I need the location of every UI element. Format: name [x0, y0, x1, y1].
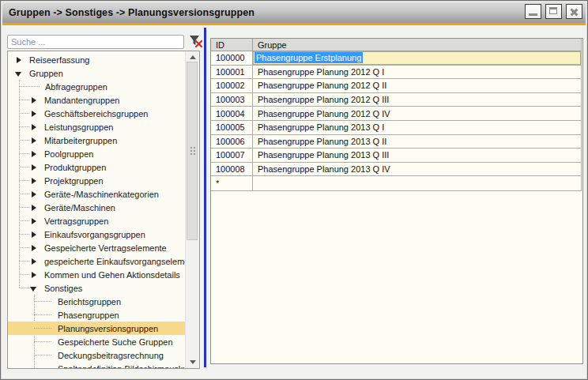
tree-item-label: Geräte/Maschinen — [44, 203, 115, 213]
cell-id[interactable]: 100007 — [211, 149, 253, 162]
tree-item[interactable]: Reiseerfassung — [8, 53, 186, 66]
cell-gruppe[interactable]: Phasengruppe Planung 2013 Q I — [253, 121, 581, 134]
tree-item-label: Gruppen — [29, 69, 63, 78]
cell-id[interactable]: 100004 — [211, 107, 253, 120]
expander-icon[interactable] — [29, 190, 39, 199]
table-row[interactable]: 100001 Phasengruppe Planung 2012 Q I — [211, 66, 581, 80]
expander-icon[interactable] — [29, 109, 39, 119]
table-row[interactable]: 100002 Phasengruppe Planung 2012 Q II — [211, 79, 581, 93]
tree-item[interactable]: Projektgruppen — [8, 174, 186, 187]
tree-item-label: Produktgruppen — [44, 163, 106, 172]
tree-item[interactable]: Deckungsbeitragsrechnung — [8, 348, 186, 362]
cell-gruppe[interactable] — [253, 176, 581, 190]
cell-id[interactable]: 100006 — [211, 135, 253, 149]
table-row[interactable]: 100000 Phasengruppe Erstplanung — [211, 51, 581, 66]
tree-item[interactable]: Mandantengruppen — [8, 93, 186, 107]
tree-item[interactable]: Gruppen — [8, 66, 186, 80]
minimize-icon — [529, 13, 537, 16]
clear-filter-icon[interactable] — [189, 35, 203, 48]
table-row[interactable]: 100005 Phasengruppe Planung 2013 Q I — [211, 121, 581, 135]
cell-gruppe-text: Phasengruppe Planung 2012 Q III — [258, 95, 389, 104]
cell-gruppe[interactable]: Phasengruppe Planung 2013 Q III — [253, 149, 581, 162]
cell-id[interactable]: 100002 — [211, 79, 253, 92]
scrollbar-grip-icon — [190, 147, 192, 149]
cell-gruppe[interactable]: Phasengruppe Planung 2012 Q II — [253, 79, 581, 92]
cell-gruppe[interactable]: Phasengruppe Planung 2012 Q III — [253, 93, 581, 107]
tree-item-label: Planungsversionsgruppen — [58, 324, 158, 333]
cell-gruppe[interactable]: Phasengruppe Erstplanung — [253, 51, 581, 65]
minimize-button[interactable] — [525, 4, 541, 19]
tree-item[interactable]: Kommen und Gehen Aktionsdetails — [8, 268, 186, 281]
tree-connector-line — [19, 261, 29, 261]
tree-connector-line — [34, 301, 51, 302]
tree-item[interactable]: Leistungsgruppen — [8, 120, 186, 134]
tree-connector-line — [19, 113, 29, 114]
table-row[interactable]: * — [211, 176, 581, 190]
table-row[interactable]: 100008 Phasengruppe Planung 2013 Q IV — [211, 163, 581, 177]
expander-icon[interactable] — [29, 243, 39, 253]
tree-item[interactable]: Poolgruppen — [8, 147, 186, 160]
expander-icon[interactable] — [29, 163, 39, 172]
expander-icon[interactable] — [29, 176, 39, 186]
tree-item[interactable]: gespeicherte Einkaufsvorgangselemen — [8, 254, 186, 268]
tree-item[interactable]: Gespeicherte Suche Gruppen — [8, 335, 186, 348]
search-input[interactable] — [7, 35, 184, 49]
column-header-id[interactable]: ID — [211, 39, 253, 51]
expander-icon[interactable] — [29, 257, 39, 266]
expander-icon[interactable] — [29, 216, 39, 226]
maximize-button[interactable] — [545, 4, 562, 19]
expander-icon[interactable] — [29, 149, 39, 159]
cell-gruppe-text: Phasengruppe Planung 2012 Q IV — [258, 109, 390, 119]
tree-item[interactable]: Geräte/Maschinen — [8, 201, 186, 214]
tree-connector-line — [19, 220, 29, 221]
expander-icon[interactable] — [29, 284, 39, 293]
tree-item-label: Mandantengruppen — [44, 96, 119, 105]
expander-icon[interactable] — [29, 203, 39, 213]
tree-item[interactable]: Sonstiges — [8, 281, 186, 295]
tree-item[interactable]: Geräte-/Maschinenkategorien — [8, 187, 186, 201]
cell-id[interactable]: 100008 — [211, 163, 253, 176]
expander-icon[interactable] — [29, 270, 39, 280]
tree-item[interactable]: Spaltendefinition Bildschirmauskun — [8, 362, 186, 368]
tree-connector-line — [19, 288, 29, 288]
window-title: Gruppen -> Sonstiges -> Planungsversions… — [2, 7, 254, 18]
cell-id[interactable]: 100003 — [211, 93, 253, 107]
tree-item[interactable]: Vertragsgruppen — [8, 214, 186, 228]
tree-item[interactable]: Einkaufsvorgangsgruppen — [8, 228, 186, 241]
cell-gruppe[interactable]: Phasengruppe Planung 2012 Q IV — [253, 107, 581, 120]
cell-id[interactable]: 100000 — [211, 51, 253, 65]
table-row[interactable]: 100007 Phasengruppe Planung 2013 Q III — [211, 149, 581, 163]
scroll-down-button[interactable] — [186, 356, 199, 368]
close-button[interactable] — [566, 4, 582, 19]
expander-icon[interactable] — [29, 230, 39, 239]
cell-id[interactable]: 100005 — [211, 121, 253, 134]
expander-icon[interactable] — [14, 55, 24, 65]
tree-item[interactable]: Phasengruppen — [8, 308, 186, 322]
cell-gruppe[interactable]: Phasengruppe Planung 2013 Q II — [253, 135, 581, 149]
expander-icon[interactable] — [29, 122, 39, 132]
cell-id[interactable]: * — [211, 176, 253, 190]
scroll-down-arrow-icon — [190, 360, 196, 364]
tree-item[interactable]: Abfragegruppen — [8, 80, 186, 93]
tree-item[interactable]: Gespeicherte Vertragselemente — [8, 241, 186, 254]
table-row[interactable]: 100006 Phasengruppe Planung 2013 Q II — [211, 135, 581, 149]
expander-icon[interactable] — [29, 136, 39, 145]
cell-gruppe[interactable]: Phasengruppe Planung 2012 Q I — [253, 66, 581, 79]
tree-scrollbar[interactable] — [185, 51, 199, 368]
table-row[interactable]: 100003 Phasengruppe Planung 2012 Q III — [211, 93, 581, 107]
tree-item[interactable]: Mitarbeitergruppen — [8, 134, 186, 147]
column-header-gruppe[interactable]: Gruppe — [253, 39, 581, 51]
tree-item[interactable]: Planungsversionsgruppen — [8, 322, 186, 335]
expander-icon[interactable] — [29, 96, 39, 105]
cell-id[interactable]: 100001 — [211, 66, 253, 79]
tree-item[interactable]: Geschäftsbereichsgruppen — [8, 107, 186, 120]
tree-item-label: Poolgruppen — [44, 149, 93, 159]
table-row[interactable]: 100004 Phasengruppe Planung 2012 Q IV — [211, 107, 581, 121]
tree-item[interactable]: Produktgruppen — [8, 160, 186, 174]
expander-icon[interactable] — [14, 69, 24, 78]
scrollbar-thumb[interactable] — [187, 62, 198, 240]
cell-gruppe-text: Phasengruppe Planung 2013 Q II — [258, 137, 386, 146]
cell-gruppe[interactable]: Phasengruppe Planung 2013 Q IV — [253, 163, 581, 176]
tree-item[interactable]: Berichtsgruppen — [8, 295, 186, 308]
tree-connector-line — [19, 140, 29, 141]
